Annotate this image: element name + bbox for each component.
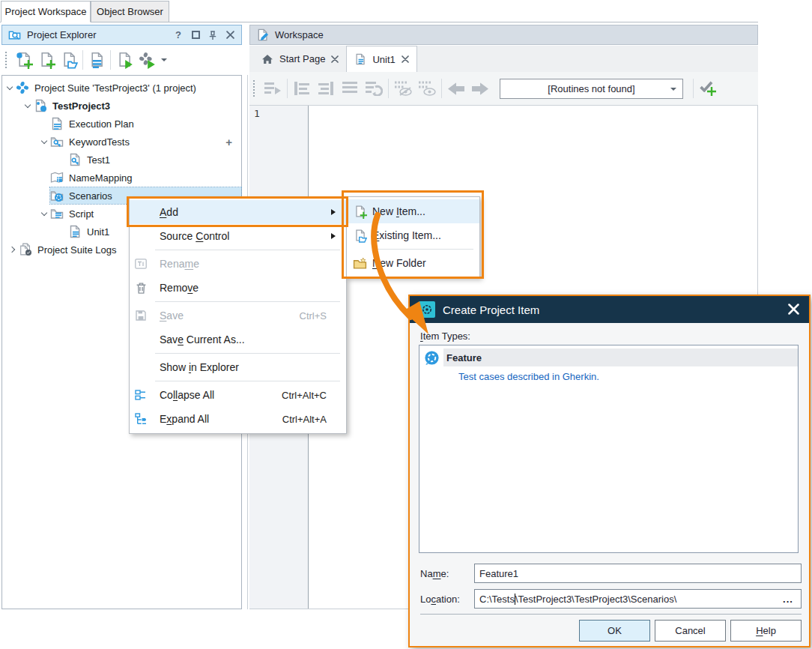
tab-project-workspace[interactable]: Project Workspace	[1, 1, 91, 22]
run-project-suite-button[interactable]	[136, 49, 158, 70]
submenu-item-existing-item[interactable]: Existing Item...	[347, 223, 479, 247]
chevron-down-icon[interactable]	[38, 213, 50, 215]
tree-item-namemapping[interactable]: NameMapping	[2, 169, 241, 187]
existing-item-icon	[347, 229, 372, 243]
menu-separator	[155, 301, 340, 302]
project-explorer-toolbar	[1, 46, 242, 73]
project-explorer-header: Project Explorer ?	[1, 25, 242, 45]
tree-item-label: Project Suite Logs	[37, 244, 117, 256]
name-input[interactable]: Feature1	[474, 564, 802, 583]
tree-item-testproject3[interactable]: TestProject3	[2, 97, 241, 115]
chevron-down-icon[interactable]	[4, 87, 16, 89]
help-button[interactable]: Help	[730, 620, 802, 642]
menu-item-save[interactable]: Save Ctrl+S	[130, 304, 346, 327]
tree-item-label: Project Suite 'TestProject3' (1 project)	[34, 82, 196, 94]
close-icon[interactable]	[402, 55, 409, 63]
menu-item-save-current-as[interactable]: Save Current As...	[130, 327, 346, 351]
add-check-button[interactable]	[696, 77, 720, 100]
tree-item-label: Unit1	[87, 226, 109, 238]
organize-tests-button[interactable]	[85, 49, 108, 70]
tree-item-test1[interactable]: Test1	[2, 151, 241, 169]
create-project-item-dialog: Create Project Item Item Types: Feature …	[408, 295, 811, 648]
run-project-button[interactable]	[113, 49, 136, 70]
chevron-down-icon[interactable]	[22, 105, 34, 107]
routines-dropdown-value: [Routines not found]	[548, 83, 634, 94]
tree-item-label: TestProject3	[52, 100, 110, 112]
feature-item-row[interactable]: Feature	[443, 348, 798, 366]
show-special-symbols-button[interactable]	[415, 77, 439, 100]
menu-item-remove[interactable]: Remove	[130, 276, 346, 300]
ok-button[interactable]: OK	[579, 620, 650, 642]
run-routine-button[interactable]	[261, 77, 285, 100]
location-input[interactable]: C:\Tests\TestProject3\TestProject3\Scena…	[474, 589, 802, 609]
pin-icon[interactable]	[207, 30, 218, 40]
name-mapping-icon	[50, 171, 64, 184]
format-document-button[interactable]	[338, 77, 362, 100]
toolbar-grip[interactable]	[253, 80, 256, 97]
name-input-value: Feature1	[479, 568, 518, 579]
panel-title: Workspace	[275, 29, 324, 40]
submenu-item-new-item[interactable]: New Item...	[347, 199, 479, 223]
format-left-button[interactable]	[290, 77, 314, 100]
menu-item-source-control[interactable]: Source Control	[130, 224, 346, 248]
menu-item-collapse-all[interactable]: Collapse All Ctrl+Alt+C	[130, 383, 346, 407]
menu-separator	[155, 353, 340, 354]
run-more-dropdown-icon[interactable]	[161, 58, 167, 61]
context-menu: Add Source Control Rename Remove Save Ct…	[129, 197, 347, 434]
chevron-down-icon[interactable]	[38, 141, 50, 143]
toolbar-separator	[388, 79, 389, 98]
revert-format-button[interactable]	[362, 77, 386, 100]
browse-button[interactable]: ...	[778, 592, 798, 606]
add-new-project-suite-button[interactable]	[13, 49, 35, 70]
help-icon[interactable]: ?	[173, 30, 184, 40]
dialog-title-bar[interactable]: Create Project Item	[410, 296, 809, 323]
tree-item-execution-plan[interactable]: Execution Plan	[2, 115, 241, 133]
toolbar-separator	[693, 79, 694, 98]
tab-unit1[interactable]: Unit1	[346, 46, 416, 72]
menu-item-rename[interactable]: Rename	[130, 252, 346, 276]
close-icon[interactable]	[788, 304, 800, 316]
navigate-back-button[interactable]	[444, 77, 468, 100]
tab-label: Object Browser	[97, 6, 163, 17]
new-folder-icon	[347, 256, 372, 271]
submenu-arrow-icon	[331, 233, 346, 239]
hide-special-symbols-button[interactable]	[391, 77, 415, 100]
keyword-tests-folder-icon	[50, 135, 64, 148]
location-input-value-before-caret: C:\Tests	[479, 594, 515, 605]
item-types-list[interactable]: Feature Test cases described in Gherkin.	[419, 345, 799, 553]
submenu-arrow-icon	[331, 209, 346, 215]
save-icon	[130, 310, 152, 321]
maximize-icon[interactable]	[190, 30, 201, 40]
dialog-icon	[419, 301, 435, 318]
feature-gherkin-icon	[424, 350, 440, 369]
tree-item-label: KeywordTests	[69, 136, 130, 148]
logs-icon	[19, 243, 32, 256]
open-existing-button[interactable]	[58, 49, 80, 70]
add-new-project-button[interactable]	[35, 49, 58, 70]
close-icon[interactable]	[331, 55, 339, 63]
close-icon[interactable]	[225, 30, 235, 40]
menu-item-expand-all[interactable]: Expand All Ctrl+Alt+A	[130, 407, 346, 431]
tree-item-project-suite[interactable]: Project Suite 'TestProject3' (1 project)	[2, 79, 241, 97]
line-number: 1	[254, 108, 260, 119]
menu-item-add[interactable]: Add	[130, 200, 346, 224]
script-folder-icon	[50, 207, 64, 220]
toolbar-separator	[110, 50, 111, 70]
add-keyword-test-button[interactable]: +	[225, 136, 232, 148]
tab-object-browser[interactable]: Object Browser	[91, 1, 169, 22]
new-item-icon	[347, 205, 372, 219]
menu-item-show-in-explorer[interactable]: Show in Explorer	[130, 355, 346, 379]
trash-icon	[130, 283, 152, 294]
tree-item-keywordtests[interactable]: KeywordTests +	[2, 133, 241, 151]
toolbar-grip[interactable]	[5, 52, 8, 68]
routines-dropdown[interactable]: [Routines not found]	[500, 79, 683, 99]
submenu-item-new-folder[interactable]: New Folder	[347, 251, 479, 275]
format-right-button[interactable]	[314, 77, 338, 100]
tab-start-page[interactable]: Start Page	[254, 46, 346, 72]
feature-item-name: Feature	[446, 352, 482, 363]
tree-item-label: NameMapping	[69, 172, 133, 184]
cancel-button[interactable]: Cancel	[655, 620, 726, 642]
chevron-right-icon[interactable]	[7, 247, 19, 252]
tree-item-label: Execution Plan	[69, 118, 134, 130]
navigate-forward-button[interactable]	[468, 77, 492, 100]
